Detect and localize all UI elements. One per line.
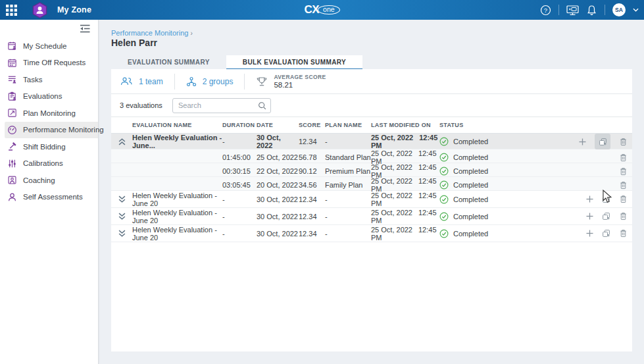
- sidebar-item-calibrations[interactable]: Calibrations: [0, 155, 98, 172]
- cell-last-modified: 25 Oct, 202212:45 PM: [371, 209, 439, 224]
- col-status: STATUS: [439, 122, 558, 128]
- cell-score: 12.34: [299, 195, 325, 203]
- search-icon[interactable]: [258, 101, 266, 110]
- app-launcher-icon[interactable]: [6, 5, 17, 16]
- sidebar-item-tasks[interactable]: Tasks: [0, 71, 98, 88]
- sidebar-item-label: My Schedule: [23, 42, 66, 50]
- team-people-icon: [120, 76, 133, 86]
- status-badge: Completed: [439, 195, 558, 204]
- add-icon[interactable]: [586, 195, 593, 203]
- completed-check-icon: [439, 195, 449, 204]
- tab-evaluation-summary[interactable]: EVALUATION SUMMARY: [111, 55, 226, 69]
- add-icon[interactable]: [579, 138, 586, 145]
- sidebar-item-my-schedule[interactable]: My Schedule: [0, 38, 98, 55]
- row-actions: [558, 229, 632, 238]
- help-icon[interactable]: [540, 5, 551, 16]
- delete-icon[interactable]: [619, 153, 628, 162]
- cell-score: 12.34: [299, 138, 325, 145]
- col-duration: DURATION: [222, 122, 257, 128]
- copy-icon[interactable]: [602, 229, 610, 238]
- cell-score: 12.34: [299, 230, 325, 238]
- add-icon[interactable]: [586, 230, 593, 237]
- collapse-row-icon[interactable]: [111, 138, 132, 145]
- table-row[interactable]: Helen Weekly Evaluation - June 20 - 30 O…: [111, 208, 632, 225]
- breadcrumb-separator: ›: [190, 30, 192, 37]
- col-plan-name: PLAN NAME: [325, 122, 371, 128]
- sidebar-item-label: Time Off Requests: [23, 59, 86, 66]
- delete-icon[interactable]: [619, 212, 628, 221]
- completed-check-icon: [439, 137, 449, 146]
- copy-icon[interactable]: [602, 212, 610, 221]
- cell-date: 30 Oct, 2022: [257, 230, 299, 238]
- cell-last-modified: 25 Oct, 202212:45 PM: [371, 192, 439, 207]
- sidebar-item-evaluations[interactable]: Evaluations: [0, 88, 98, 105]
- sidebar-item-performance-monitoring[interactable]: Performance Monitoring: [5, 122, 98, 139]
- completed-check-icon: [439, 229, 449, 238]
- cell-last-modified: 25 Oct, 202212:45 PM: [371, 134, 439, 149]
- evaluation-count: 3 evaluations: [120, 101, 164, 109]
- screen-share-icon[interactable]: [566, 5, 579, 16]
- user-menu-chevron-icon[interactable]: [633, 8, 639, 12]
- performance-gauge-icon: [7, 125, 17, 135]
- groups-link-label[interactable]: 2 groups: [203, 77, 234, 86]
- sidebar-collapse-icon[interactable]: [79, 24, 91, 34]
- cell-score: 90.12: [299, 167, 325, 175]
- sidebar-item-plan-monitoring[interactable]: Plan Monitoring: [0, 105, 98, 122]
- status-label: Completed: [453, 153, 488, 161]
- cell-evaluation-name: Helen Weekly Evaluation - June...: [132, 134, 222, 149]
- breadcrumb[interactable]: Performance Monitoring›: [111, 29, 193, 37]
- sidebar-item-label: Performance Monitoring: [23, 126, 104, 134]
- cell-score: 34.56: [299, 181, 325, 189]
- expand-row-icon[interactable]: [111, 195, 132, 203]
- notifications-bell-icon[interactable]: [586, 5, 597, 16]
- sliders-icon: [7, 159, 17, 169]
- delete-icon[interactable]: [619, 181, 628, 190]
- groups-link[interactable]: 2 groups: [186, 76, 234, 87]
- completed-check-icon: [439, 212, 449, 221]
- col-last-modified-on: LAST MODIFIED ON: [371, 122, 439, 128]
- table-subrow[interactable]: 00:30:15 22 Oct, 2022 90.12 Premium Plan…: [111, 163, 632, 177]
- status-badge: Completed: [439, 167, 558, 176]
- groups-org-icon: [186, 76, 197, 87]
- header-divider: [558, 5, 559, 15]
- cell-date: 20 Oct, 2022: [257, 181, 299, 189]
- copy-icon[interactable]: [602, 195, 610, 203]
- col-date: DATE: [257, 122, 299, 128]
- team-link-label[interactable]: 1 team: [139, 77, 163, 86]
- sidebar: My Schedule Time Off Requests Tasks Eval…: [0, 20, 99, 364]
- breadcrumb-link[interactable]: Performance Monitoring: [111, 29, 188, 37]
- table-subrow[interactable]: 01:45:00 25 Oct, 2022 56.78 Standard Pla…: [111, 149, 632, 163]
- copy-button-hovered[interactable]: [595, 134, 610, 149]
- completed-check-icon: [439, 180, 449, 190]
- sidebar-item-time-off-requests[interactable]: Time Off Requests: [0, 55, 98, 72]
- add-icon[interactable]: [586, 213, 593, 220]
- sidebar-item-coaching[interactable]: Coaching: [0, 172, 98, 189]
- sidebar-item-self-assessments[interactable]: Self Assessments: [0, 189, 98, 206]
- delete-icon[interactable]: [619, 138, 628, 146]
- sidebar-item-shift-bidding[interactable]: Shift Bidding: [0, 138, 98, 155]
- cell-last-modified: 25 Oct, 202212:45 PM: [371, 177, 439, 193]
- time-off-calendar-icon: [7, 58, 17, 68]
- logo-one-text: one: [318, 5, 340, 14]
- completed-check-icon: [439, 167, 449, 176]
- tab-bulk-evaluation-summary[interactable]: BULK EVALUATION SUMMARY: [226, 55, 362, 69]
- col-score: SCORE: [299, 122, 325, 128]
- status-label: Completed: [453, 138, 488, 145]
- sidebar-nav: My Schedule Time Off Requests Tasks Eval…: [0, 38, 98, 205]
- user-avatar[interactable]: SA: [612, 3, 626, 16]
- table-row[interactable]: Helen Weekly Evaluation - June... - 30 O…: [111, 134, 632, 149]
- page-title: Helen Parr: [111, 38, 157, 48]
- coaching-person-icon: [7, 175, 17, 185]
- expand-row-icon[interactable]: [111, 213, 132, 220]
- cell-date: 30 Oct, 2022: [257, 213, 299, 221]
- delete-icon[interactable]: [619, 229, 628, 238]
- table-row[interactable]: Helen Weekly Evaluation - June 20 - 30 O…: [111, 225, 632, 242]
- expand-row-icon[interactable]: [111, 230, 132, 237]
- search-input[interactable]: [172, 98, 271, 113]
- table-row[interactable]: Helen Weekly Evaluation - June 20 - 30 O…: [111, 191, 632, 208]
- average-score: AVERAGE SCORE 58.21: [256, 74, 326, 89]
- delete-icon[interactable]: [619, 195, 628, 203]
- team-link[interactable]: 1 team: [120, 76, 163, 86]
- delete-icon[interactable]: [619, 167, 628, 176]
- table-subrow[interactable]: 03:05:45 20 Oct, 2022 34.56 Family Plan …: [111, 177, 632, 191]
